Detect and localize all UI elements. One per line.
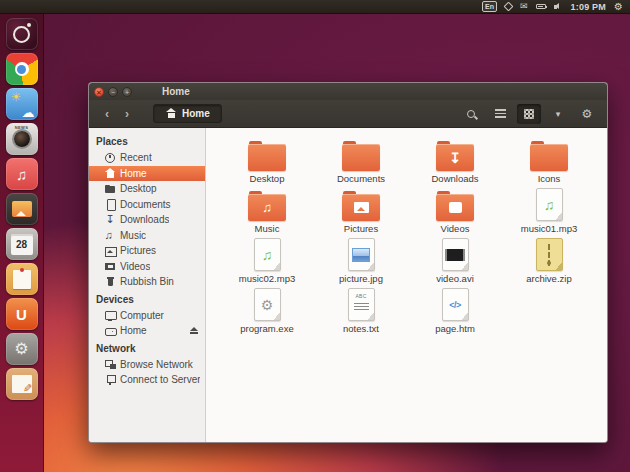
window-titlebar[interactable]: ✕ − + Home [89,83,607,100]
sidebar-header-devices: Devices [89,290,205,308]
file-videos[interactable]: Videos [408,186,502,236]
forward-button[interactable]: › [117,104,137,123]
trash-icon [104,276,116,288]
launcher-settings[interactable] [6,333,38,365]
launcher-calendar[interactable]: 28 [6,228,38,260]
list-view-button[interactable] [488,104,512,124]
network-icon[interactable] [504,2,514,12]
search-icon [467,110,475,118]
ubuntu-desktop: En ✉ 1:09 PM ⚙ NEWS28U ✕ − + Home ‹ › Ho… [0,0,630,472]
network-pc-icon [104,358,116,370]
drive-icon [104,325,116,337]
folder-icon [436,144,474,171]
battery-icon[interactable] [536,4,546,10]
launcher-ubuntu-dash[interactable] [6,18,38,50]
file-music02-mp3[interactable]: music02.mp3 [220,236,314,286]
folder-icon [342,194,380,221]
sidebar-item-rubbish-bin[interactable]: Rubbish Bin [89,274,205,290]
breadcrumb-label: Home [182,108,210,119]
picture-icon [104,245,116,257]
sidebar: Places Recent Home Desktop Documents Dow… [89,128,206,442]
grid-view-button[interactable] [517,104,541,124]
program-file-icon [254,288,281,321]
maximize-button[interactable]: + [122,87,132,97]
file-video-avi[interactable]: video.avi [408,236,502,286]
mail-icon[interactable]: ✉ [520,2,528,11]
doc-icon [104,198,116,210]
launcher-news[interactable]: NEWS [6,123,38,155]
sidebar-header-network: Network [89,339,205,357]
launcher-notes[interactable] [6,263,38,295]
clock[interactable]: 1:09 PM [571,2,606,12]
server-icon [104,374,116,386]
launcher-ubuntu-one[interactable]: U [6,298,38,330]
sidebar-item-music[interactable]: Music [89,228,205,244]
file-icons[interactable]: Icons [502,136,596,186]
launcher-chrome[interactable] [6,53,38,85]
music-icon [104,229,116,241]
back-button[interactable]: ‹ [97,104,117,123]
sidebar-item-browse-network[interactable]: Browse Network [89,357,205,373]
menu-button[interactable]: ⚙ [575,104,599,124]
session-gear-icon[interactable]: ⚙ [614,2,623,12]
launcher-text-editor[interactable] [6,368,38,400]
gear-icon: ⚙ [582,108,593,120]
close-button[interactable]: ✕ [94,87,104,97]
file-music01-mp3[interactable]: music01.mp3 [502,186,596,236]
archive-file-icon [536,238,563,271]
audio-file-icon [254,238,281,271]
unity-launcher: NEWS28U [0,14,44,472]
file-notes-txt[interactable]: notes.txt [314,286,408,336]
file-downloads[interactable]: Downloads [408,136,502,186]
file-grid: Desktop Documents Downloads Icons Music … [206,128,607,442]
home-icon [104,167,116,179]
folder-icon [248,194,286,221]
minimize-button[interactable]: − [108,87,118,97]
ubuntu-one-icon: U [16,306,27,323]
view-options-button[interactable]: ▾ [546,104,570,124]
list-view-icon [495,109,506,118]
sidebar-item-desktop[interactable]: Desktop [89,181,205,197]
video-file-icon [442,238,469,271]
file-pictures[interactable]: Pictures [314,186,408,236]
clock-icon [104,152,116,164]
grid-view-icon [524,109,534,119]
html-file-icon [442,288,469,321]
breadcrumb-home[interactable]: Home [153,104,222,123]
text-file-icon [348,288,375,321]
file-program-exe[interactable]: program.exe [220,286,314,336]
news-icon: NEWS [6,125,38,130]
file-music[interactable]: Music [220,186,314,236]
volume-icon[interactable] [554,2,563,11]
sidebar-item-home[interactable]: Home [89,166,205,182]
search-button[interactable] [459,104,483,124]
music-emblem-icon [248,194,286,221]
launcher-music[interactable] [6,158,38,190]
calendar-icon: 28 [16,239,27,250]
file-archive-zip[interactable]: archive.zip [502,236,596,286]
file-desktop[interactable]: Desktop [220,136,314,186]
files-window: ✕ − + Home ‹ › Home ▾ ⚙ Places Recent Ho… [88,82,608,443]
file-page-htm[interactable]: page.htm [408,286,502,336]
launcher-gallery[interactable] [6,193,38,225]
download-emblem-icon [436,144,474,171]
sidebar-item-connect-to-server[interactable]: Connect to Server [89,372,205,388]
window-toolbar: ‹ › Home ▾ ⚙ [89,100,607,128]
sidebar-item-downloads[interactable]: Downloads [89,212,205,228]
download-icon [104,214,116,226]
sidebar-item-computer[interactable]: Computer [89,308,205,324]
launcher-weather[interactable] [6,88,38,120]
sidebar-item-pictures[interactable]: Pictures [89,243,205,259]
sidebar-item-videos[interactable]: Videos [89,259,205,275]
eject-icon[interactable] [188,325,200,337]
sidebar-item-home[interactable]: Home [89,323,205,339]
keyboard-indicator[interactable]: En [482,1,497,12]
top-panel: En ✉ 1:09 PM ⚙ [0,0,630,14]
file-documents[interactable]: Documents [314,136,408,186]
sidebar-item-recent[interactable]: Recent [89,150,205,166]
computer-icon [104,309,116,321]
chevron-down-icon: ▾ [556,109,561,119]
sidebar-item-documents[interactable]: Documents [89,197,205,213]
file-picture-jpg[interactable]: picture.jpg [314,236,408,286]
folder-icon [248,144,286,171]
